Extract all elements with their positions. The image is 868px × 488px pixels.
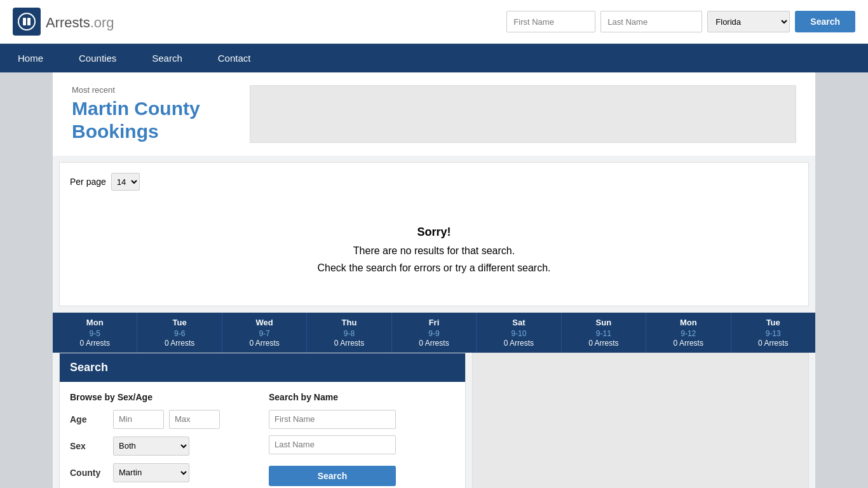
svg-rect-1	[23, 18, 26, 25]
arrests-count: 0 Arrests	[734, 339, 813, 348]
panel-search-button[interactable]: Search	[269, 466, 396, 486]
search-panel: Search Browse by Sex/Age Age Sex	[59, 353, 466, 488]
date-nav: Mon 9-5 0 Arrests Tue 9-6 0 Arrests Wed …	[53, 313, 815, 353]
page-title: Martin County Bookings	[72, 97, 237, 143]
svg-rect-2	[27, 18, 31, 25]
results-section: Per page 14 25 50 Sorry! There are no re…	[59, 162, 809, 306]
nav-home[interactable]: Home	[0, 44, 61, 72]
no-results-line1: There are no results for that search.	[83, 242, 785, 259]
main-container: Most recent Martin County Bookings Per p…	[53, 72, 815, 488]
logo-area: Arrests.org	[13, 8, 114, 36]
day-date-link[interactable]: 9-11	[596, 329, 611, 338]
browse-section-title: Browse by Sex/Age	[70, 392, 256, 402]
page-title-section: Most recent Martin County Bookings	[72, 85, 237, 143]
date-nav-item: Mon 9-5 0 Arrests	[53, 313, 137, 353]
per-page-row: Per page 14 25 50	[70, 173, 798, 191]
day-date-link[interactable]: 9-9	[428, 329, 439, 338]
nav-search[interactable]: Search	[134, 44, 200, 72]
top-ad-banner	[250, 85, 796, 143]
sorry-text: Sorry!	[83, 222, 785, 242]
date-nav-item: Tue 9-6 0 Arrests	[137, 313, 222, 353]
arrests-count: 0 Arrests	[479, 339, 558, 348]
day-date-link[interactable]: 9-8	[344, 329, 355, 338]
day-name: Tue	[734, 318, 813, 327]
date-nav-item: Mon 9-12 0 Arrests	[646, 313, 731, 353]
date-nav-item: Wed 9-7 0 Arrests	[222, 313, 307, 353]
age-label: Age	[70, 414, 108, 424]
day-date-link[interactable]: 9-12	[681, 329, 696, 338]
main-nav: Home Counties Search Contact	[0, 44, 868, 72]
age-min-input[interactable]	[113, 410, 164, 429]
logo-brand: Arrests	[46, 15, 90, 30]
header-search-form: Florida Alabama Georgia Texas Search	[506, 11, 855, 32]
day-name: Thu	[309, 318, 388, 327]
day-name: Sat	[479, 318, 558, 327]
no-results-line2: Check the search for errors or try a dif…	[83, 259, 785, 276]
age-max-input[interactable]	[169, 410, 220, 429]
day-date-link[interactable]: 9-13	[766, 329, 781, 338]
search-first-name-input[interactable]	[269, 410, 396, 429]
logo-text: Arrests.org	[46, 11, 114, 32]
arrests-count: 0 Arrests	[649, 339, 728, 348]
date-nav-item: Sun 9-11 0 Arrests	[562, 313, 646, 353]
page-header-area: Most recent Martin County Bookings	[53, 72, 815, 156]
logo-icon	[13, 8, 41, 36]
date-nav-item: Thu 9-8 0 Arrests	[307, 313, 391, 353]
search-last-name-input[interactable]	[269, 435, 396, 454]
logo-suffix: .org	[90, 15, 114, 30]
sex-select[interactable]: Both Male Female	[113, 437, 189, 456]
day-name: Fri	[395, 318, 473, 327]
most-recent-label: Most recent	[72, 85, 237, 95]
per-page-label: Per page	[70, 177, 106, 187]
page-title-line1: Martin County	[72, 98, 200, 119]
no-results-message: Sorry! There are no results for that sea…	[70, 203, 798, 295]
browse-section: Browse by Sex/Age Age Sex Both Male Fema	[70, 392, 256, 488]
lower-section: Search Browse by Sex/Age Age Sex	[59, 353, 809, 488]
age-row: Age	[70, 410, 256, 429]
day-name: Mon	[649, 318, 728, 327]
name-search-section: Search by Name Search	[269, 392, 455, 488]
per-page-select[interactable]: 14 25 50	[111, 173, 140, 191]
date-nav-item: Fri 9-9 0 Arrests	[392, 313, 477, 353]
arrests-count: 0 Arrests	[140, 339, 219, 348]
arrests-count: 0 Arrests	[225, 339, 304, 348]
right-ad-banner	[472, 353, 809, 488]
date-nav-item: Sat 9-10 0 Arrests	[477, 313, 561, 353]
day-name: Wed	[225, 318, 304, 327]
day-date-link[interactable]: 9-6	[174, 329, 185, 338]
svg-point-0	[18, 13, 35, 30]
arrests-count: 0 Arrests	[564, 339, 643, 348]
header-first-name-input[interactable]	[506, 11, 595, 32]
arrests-count: 0 Arrests	[55, 339, 134, 348]
day-date-link[interactable]: 9-7	[259, 329, 269, 338]
content-wrapper: Most recent Martin County Bookings Per p…	[53, 72, 815, 488]
day-name: Sun	[564, 318, 643, 327]
arrests-count: 0 Arrests	[395, 339, 473, 348]
name-search-title: Search by Name	[269, 392, 455, 402]
day-name: Mon	[55, 318, 134, 327]
nav-contact[interactable]: Contact	[200, 44, 269, 72]
day-date-link[interactable]: 9-10	[511, 329, 526, 338]
date-nav-item: Tue 9-13 0 Arrests	[731, 313, 815, 353]
header-last-name-input[interactable]	[600, 11, 702, 32]
page-title-line2: Bookings	[72, 121, 159, 142]
county-row: County Martin	[70, 463, 256, 482]
search-panel-body: Browse by Sex/Age Age Sex Both Male Fema	[60, 382, 465, 488]
header: Arrests.org Florida Alabama Georgia Texa…	[0, 0, 868, 44]
search-panel-header: Search	[60, 353, 465, 382]
header-search-button[interactable]: Search	[795, 11, 855, 32]
sex-label: Sex	[70, 441, 108, 451]
county-select[interactable]: Martin	[113, 463, 189, 482]
county-label: County	[70, 468, 108, 478]
day-date-link[interactable]: 9-5	[90, 329, 100, 338]
sex-row: Sex Both Male Female	[70, 437, 256, 456]
arrests-count: 0 Arrests	[309, 339, 388, 348]
state-select[interactable]: Florida Alabama Georgia Texas	[707, 11, 790, 32]
day-name: Tue	[140, 318, 219, 327]
nav-counties[interactable]: Counties	[61, 44, 134, 72]
